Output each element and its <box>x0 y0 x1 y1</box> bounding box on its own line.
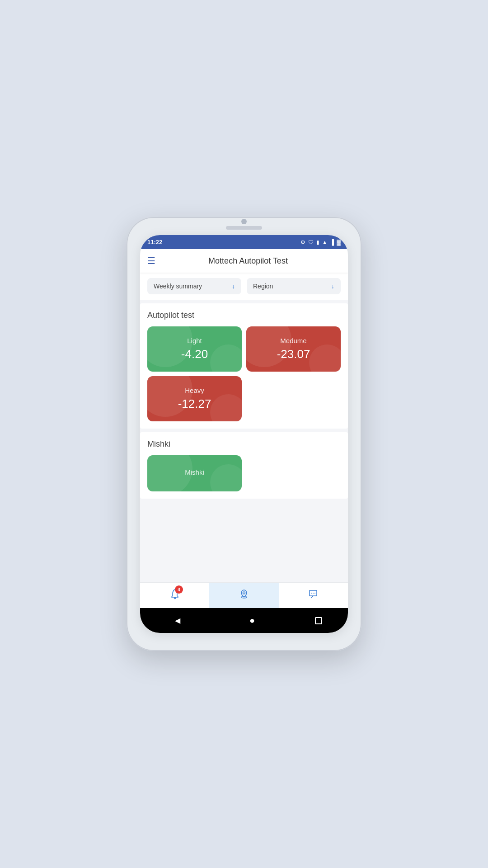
heavy-card-label: Heavy <box>185 387 204 394</box>
mishki-cards-grid: Mishki <box>147 455 341 491</box>
shield-icon: 🛡 <box>308 239 314 245</box>
android-nav-bar: ◀ ● <box>140 608 348 633</box>
map-pin-icon <box>238 588 250 603</box>
light-card-value: -4.20 <box>181 347 208 361</box>
svg-point-3 <box>311 593 312 594</box>
weekly-summary-arrow: ↓ <box>232 283 235 290</box>
autopilot-test-section: Autopilot test Light -4.20 Medume -23.07… <box>140 303 348 429</box>
hamburger-menu-icon[interactable]: ☰ <box>147 255 155 266</box>
back-button[interactable]: ◀ <box>166 614 189 627</box>
app-bar: ☰ Mottech Autopilot Test <box>140 249 348 273</box>
settings-icon: ⚙ <box>300 239 305 245</box>
mishki-card[interactable]: Mishki <box>147 455 242 491</box>
phone-device: 11:22 ⚙ 🛡 ▮ ▲ ▐ ▓ ☰ Mottech Autopilot Te… <box>127 217 361 651</box>
main-content: Weekly summary ↓ Region ↓ Autopilot test… <box>140 273 348 582</box>
tab-chat[interactable] <box>279 583 348 608</box>
status-icons: ⚙ 🛡 ▮ ▲ ▐ ▓ <box>300 239 341 245</box>
notifications-badge: 4 <box>175 585 183 594</box>
svg-point-0 <box>174 598 175 599</box>
tab-bar: 4 <box>140 582 348 608</box>
medume-card[interactable]: Medume -23.07 <box>246 326 341 372</box>
medume-card-label: Medume <box>280 337 306 344</box>
recents-button[interactable] <box>315 617 322 624</box>
tab-map[interactable] <box>209 583 278 608</box>
medume-card-value: -23.07 <box>277 347 310 361</box>
phone-screen: 11:22 ⚙ 🛡 ▮ ▲ ▐ ▓ ☰ Mottech Autopilot Te… <box>140 235 348 633</box>
autopilot-test-title: Autopilot test <box>147 311 341 320</box>
region-label: Region <box>253 283 273 290</box>
heavy-card[interactable]: Heavy -12.27 <box>147 376 242 421</box>
battery-status-icon: ▮ <box>316 239 319 245</box>
region-filter[interactable]: Region ↓ <box>247 278 341 294</box>
autopilot-cards-grid: Light -4.20 Medume -23.07 Heavy -12.27 <box>147 326 341 421</box>
heavy-card-value: -12.27 <box>178 397 211 411</box>
light-card[interactable]: Light -4.20 <box>147 326 242 372</box>
region-arrow: ↓ <box>331 283 334 290</box>
mishki-card-label: Mishki <box>185 468 204 476</box>
filter-row: Weekly summary ↓ Region ↓ <box>140 273 348 300</box>
mishki-title: Mishki <box>147 439 341 449</box>
light-card-label: Light <box>187 337 202 344</box>
app-title: Mottech Autopilot Test <box>155 256 341 266</box>
tab-notifications[interactable]: 4 <box>140 583 209 608</box>
chat-icon <box>307 588 319 603</box>
weekly-summary-filter[interactable]: Weekly summary ↓ <box>147 278 241 294</box>
mishki-section: Mishki Mishki <box>140 432 348 499</box>
signal-icon: ▐ <box>330 239 334 245</box>
svg-point-4 <box>313 593 314 594</box>
speaker-grille <box>226 226 262 230</box>
svg-point-2 <box>243 592 245 594</box>
weekly-summary-label: Weekly summary <box>154 283 202 290</box>
phone-notch <box>226 217 262 230</box>
status-time: 11:22 <box>147 239 162 245</box>
status-bar: 11:22 ⚙ 🛡 ▮ ▲ ▐ ▓ <box>140 235 348 249</box>
camera-dot <box>241 219 247 224</box>
svg-point-5 <box>314 593 315 594</box>
home-button[interactable]: ● <box>240 613 264 627</box>
battery-full-icon: ▓ <box>337 239 341 245</box>
wifi-icon: ▲ <box>322 239 328 245</box>
